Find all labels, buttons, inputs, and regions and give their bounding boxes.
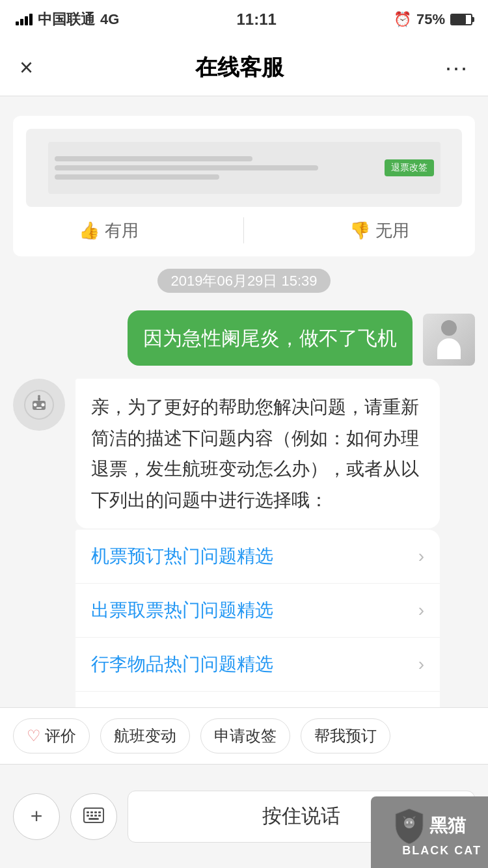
flight-change-label: 航班变动 [114, 726, 176, 746]
battery-label: 75% [416, 11, 445, 28]
timestamp-label: 2019年06月29日 15:39 [157, 269, 330, 293]
user-avatar [423, 314, 475, 366]
heart-icon: ♡ [27, 727, 41, 745]
quick-reply-rate[interactable]: ♡ 评价 [13, 718, 90, 753]
close-button[interactable]: × [20, 54, 33, 81]
timestamp: 2019年06月29日 15:39 [0, 269, 488, 291]
alarm-icon: ⏰ [394, 11, 411, 28]
feedback-image: 退票改签 [26, 129, 462, 207]
signal-icon [16, 14, 33, 25]
ticket-button: 退票改签 [385, 159, 434, 176]
chevron-right-icon-2: › [418, 654, 424, 675]
svg-rect-14 [94, 815, 97, 817]
useless-label: 无用 [375, 219, 409, 242]
carrier-label: 中国联通 [38, 10, 95, 29]
svg-rect-15 [98, 815, 101, 817]
person-body [437, 338, 461, 359]
useful-button[interactable]: 👍 有用 [79, 219, 139, 242]
status-bar: 中国联通 4G 11:11 ⏰ 75% [0, 0, 488, 39]
black-cat-inner: 黑猫 [393, 807, 466, 844]
svg-point-3 [42, 403, 45, 407]
useful-label: 有用 [105, 219, 139, 242]
menu-item-2[interactable]: 行李物品热门问题精选 › [75, 637, 440, 691]
feedback-actions: 👍 有用 👎 无用 [26, 217, 462, 243]
status-right: ⏰ 75% [394, 11, 472, 28]
useless-button[interactable]: 👎 无用 [349, 219, 409, 242]
keyboard-icon [83, 804, 104, 828]
menu-item-1[interactable]: 出票取票热门问题精选 › [75, 583, 440, 637]
quick-reply-book[interactable]: 帮我预订 [301, 718, 390, 753]
quick-replies-bar: ♡ 评价 航班变动 申请改签 帮我预订 [0, 707, 488, 764]
feedback-card: 退票改签 👍 有用 👎 无用 [13, 116, 475, 256]
feedback-image-text [55, 156, 385, 180]
cat-chinese-text: 黑猫 [429, 817, 466, 835]
user-message-row: 因为急性阑尾炎，做不了飞机 [0, 304, 488, 372]
feedback-divider [243, 217, 244, 243]
svg-rect-4 [36, 407, 42, 409]
network-type: 4G [100, 11, 119, 28]
user-bubble: 因为急性阑尾炎，做不了飞机 [128, 310, 413, 366]
avatar-image [423, 314, 475, 366]
svg-rect-11 [98, 811, 101, 813]
svg-rect-10 [94, 811, 97, 813]
menu-link-0: 机票预订热门问题精选 [91, 544, 273, 569]
rebook-label: 申请改签 [214, 726, 277, 746]
plus-icon: + [31, 804, 43, 828]
more-button[interactable]: ··· [445, 54, 468, 81]
svg-rect-9 [90, 811, 93, 813]
quick-reply-rebook[interactable]: 申请改签 [200, 718, 290, 753]
person-silhouette [436, 320, 462, 359]
thumbs-down-icon: 👎 [349, 221, 370, 241]
thumbs-up-icon: 👍 [79, 221, 100, 241]
bot-bubble: 亲，为了更好的帮助您解决问题，请重新简洁的描述下问题内容（例如：如何办理退票，发… [75, 379, 440, 528]
svg-rect-12 [87, 815, 89, 817]
svg-rect-8 [87, 811, 89, 813]
svg-point-19 [411, 821, 413, 824]
keyboard-button[interactable] [70, 793, 117, 840]
person-head [441, 320, 457, 336]
quick-reply-flight-change[interactable]: 航班变动 [100, 718, 190, 753]
svg-point-2 [34, 403, 37, 407]
menu-link-2: 行李物品热门问题精选 [91, 652, 273, 677]
voice-label: 按住说话 [262, 803, 340, 830]
black-cat-watermark: 黑猫 BLACK CAT [371, 796, 488, 868]
book-label: 帮我预订 [314, 726, 377, 746]
cat-english-text: BLACK CAT [371, 844, 488, 858]
plus-button[interactable]: + [13, 793, 60, 840]
chevron-right-icon-0: › [418, 546, 424, 567]
bot-avatar [13, 379, 65, 431]
nav-bar: × 在线客服 ··· [0, 39, 488, 96]
svg-point-6 [38, 395, 40, 398]
svg-rect-13 [90, 815, 93, 817]
status-time: 11:11 [236, 10, 276, 29]
menu-link-1: 出票取票热门问题精选 [91, 598, 273, 623]
page-title: 在线客服 [195, 53, 284, 83]
svg-point-18 [407, 821, 409, 824]
rate-label: 评价 [45, 726, 76, 746]
menu-item-0[interactable]: 机票预订热门问题精选 › [75, 530, 440, 583]
status-left: 中国联通 4G [16, 10, 119, 29]
battery-icon [450, 14, 472, 25]
chevron-right-icon-1: › [418, 600, 424, 621]
shield-icon [393, 807, 426, 844]
svg-rect-16 [88, 818, 99, 820]
